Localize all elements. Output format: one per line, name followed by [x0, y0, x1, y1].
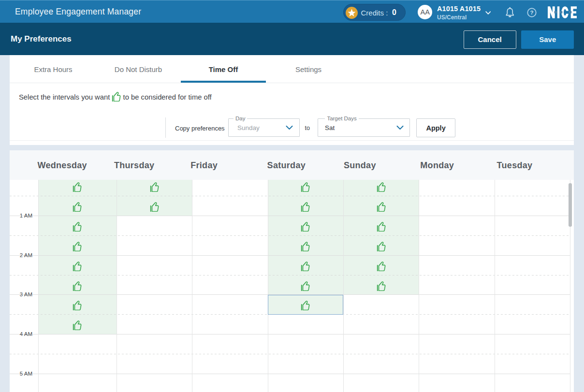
svg-text:?: ? — [530, 10, 533, 15]
